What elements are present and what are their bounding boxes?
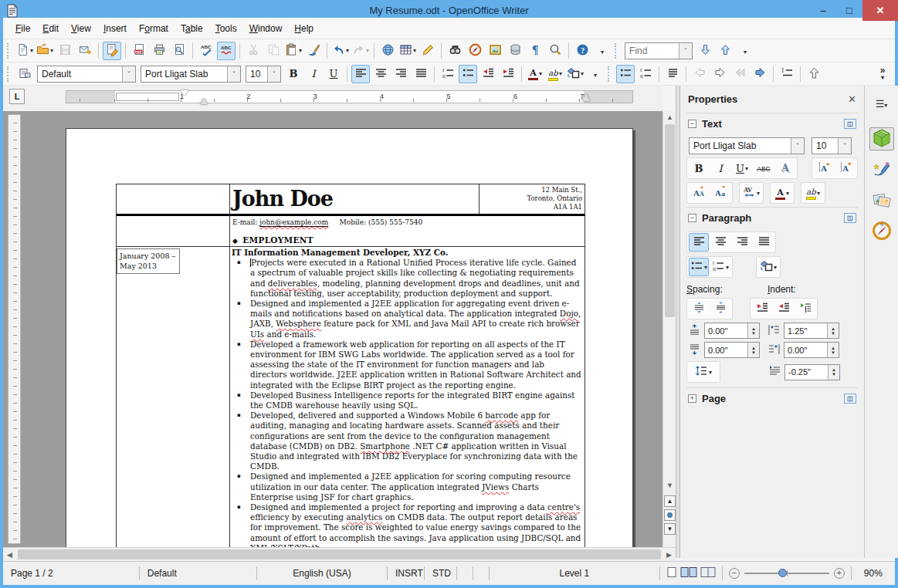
character-spacing-button[interactable]: AV▾ [741, 184, 761, 202]
sidebar-close-icon[interactable]: ✕ [848, 93, 856, 105]
toolbar-grip[interactable] [7, 66, 11, 82]
promote-button[interactable] [690, 65, 709, 83]
page-preview-button[interactable] [170, 42, 188, 60]
document-page[interactable]: John Doe12 Main St.,Toronto, OntarioA1A … [66, 128, 633, 547]
no-list-button[interactable] [663, 65, 682, 83]
numbered-list-button[interactable]: III▾ [710, 258, 730, 276]
bold-button[interactable]: B [689, 159, 709, 177]
data-sources-button[interactable] [506, 42, 524, 60]
numbered-list-button[interactable]: III [636, 65, 655, 83]
signature-indicator[interactable] [473, 566, 490, 580]
bullet-list-button[interactable] [616, 65, 635, 83]
align-justify-button[interactable] [412, 65, 430, 83]
paragraph-background-button[interactable]: ▾ [758, 258, 778, 276]
italic-button[interactable]: I [710, 159, 730, 177]
mail-document-button[interactable] [76, 42, 94, 60]
hyperlink-button[interactable] [378, 42, 397, 60]
font-color-button[interactable]: A▾ [772, 184, 792, 202]
vertical-scrollbar[interactable]: ▲ ▼ ▲ ▼ [662, 111, 676, 547]
collapse-icon[interactable]: − [688, 120, 696, 128]
navigator-button[interactable] [466, 42, 484, 60]
find-text-field[interactable] [625, 46, 679, 56]
decrease-indent-button[interactable] [774, 299, 794, 318]
underline-button[interactable]: U▾ [732, 159, 752, 177]
menu-format[interactable]: Format [133, 19, 175, 38]
horizontal-ruler[interactable]: 1234567 [66, 90, 633, 103]
indent-marker[interactable] [200, 98, 208, 104]
zoom-in-icon[interactable]: + [834, 568, 845, 579]
zoom-slider-thumb[interactable] [778, 569, 787, 577]
toolbar-grip[interactable] [615, 43, 618, 59]
decrease-spacing-button[interactable] [710, 299, 730, 318]
vertical-scroll-thumb[interactable] [665, 124, 675, 317]
copy-button[interactable] [264, 42, 283, 60]
paste-button[interactable]: ▾ [284, 42, 303, 60]
spellcheck-button[interactable]: ABC [197, 42, 215, 60]
zoom-out-icon[interactable]: − [729, 568, 740, 579]
menu-help[interactable]: Help [288, 19, 320, 38]
font-color-button[interactable]: A▾ [526, 65, 544, 83]
auto-spellcheck-button[interactable]: ABC [217, 42, 236, 60]
bullet-list-button[interactable] [459, 65, 477, 83]
align-right-button[interactable] [732, 233, 752, 252]
find-input[interactable]: ˇ [625, 42, 693, 59]
toolbar-overflow-button[interactable]: ▾ [736, 42, 754, 60]
bold-button[interactable]: B [284, 65, 303, 83]
after-indent-spinner[interactable]: 0.00"▲▼ [784, 342, 839, 358]
menu-tools[interactable]: Tools [209, 19, 243, 38]
font-size-combo[interactable]: 10ˇ [246, 66, 281, 83]
numbered-list-button[interactable]: III [439, 65, 457, 83]
promote-subpoints-button[interactable] [730, 65, 749, 83]
draw-functions-button[interactable] [419, 42, 437, 60]
sidebar-font-size-combo[interactable]: 10ˇ [812, 137, 852, 154]
language-indicator[interactable]: English (USA) [257, 566, 388, 580]
align-right-button[interactable] [391, 65, 410, 83]
scroll-right-icon[interactable]: ▶ [662, 549, 676, 561]
demote-subpoints-button[interactable] [751, 65, 769, 83]
page-number-indicator[interactable]: Page 1 / 2 [3, 566, 140, 580]
paragraph-style-combo[interactable]: Defaultˇ [37, 66, 136, 83]
increase-font-size-button[interactable]: A [814, 159, 834, 177]
bullet-list-button[interactable]: ▾ [689, 258, 709, 276]
highlight-color-button[interactable]: ab▾ [803, 184, 823, 202]
italic-button[interactable]: I [304, 65, 323, 83]
toolbar-grip[interactable] [7, 43, 11, 59]
text-section-header[interactable]: − Text ◫ [686, 113, 858, 134]
find-down-button[interactable] [696, 42, 714, 60]
formatting-marks-button[interactable]: ¶ [526, 42, 544, 60]
menu-file[interactable]: File [9, 19, 36, 38]
scroll-left-icon[interactable]: ◀ [3, 549, 16, 561]
lowercase-button[interactable]: Aa [710, 184, 730, 202]
below-spacing-spinner[interactable]: 0.00"▲▼ [704, 342, 760, 358]
book-view-icon[interactable] [700, 566, 716, 580]
expand-icon[interactable]: + [688, 394, 696, 403]
toolbar-grip[interactable] [608, 66, 612, 82]
print-button[interactable] [150, 42, 168, 60]
gallery-button[interactable] [486, 42, 504, 60]
minimize-button[interactable]: – [810, 0, 836, 21]
menu-insert[interactable]: Insert [97, 19, 133, 38]
menu-table[interactable]: Table [175, 19, 209, 38]
increase-indent-button[interactable] [499, 65, 517, 83]
format-paintbrush-button[interactable] [304, 42, 323, 60]
before-indent-spinner[interactable]: 1.25"▲▼ [784, 323, 839, 339]
export-pdf-button[interactable]: PDF [130, 42, 148, 60]
strikethrough-button[interactable]: ABC [754, 159, 774, 177]
zoom-level-indicator[interactable]: 90% [851, 566, 895, 580]
font-name-combo[interactable]: Port Lligat Slabˇ [141, 66, 241, 83]
sidebar-font-name-combo[interactable]: Port Lligat Slabˇ [689, 137, 805, 154]
collapse-icon[interactable]: − [688, 214, 696, 222]
uppercase-button[interactable]: AA [689, 184, 709, 202]
vertical-ruler[interactable] [8, 114, 21, 544]
paragraph-background-button[interactable]: ▾ [566, 65, 585, 83]
gallery-tab[interactable] [869, 189, 894, 212]
previous-page-button[interactable]: ▲ [664, 495, 676, 507]
next-page-button[interactable]: ▼ [664, 523, 676, 535]
increase-spacing-button[interactable] [689, 299, 709, 318]
underline-button[interactable]: U [324, 65, 343, 83]
paragraph-dialog-launcher-icon[interactable]: ◫ [844, 213, 856, 223]
save-button[interactable] [56, 42, 74, 60]
cut-button[interactable] [244, 42, 263, 60]
selection-mode-indicator[interactable]: STD [425, 566, 457, 580]
page-style-indicator[interactable]: Default [140, 566, 257, 580]
